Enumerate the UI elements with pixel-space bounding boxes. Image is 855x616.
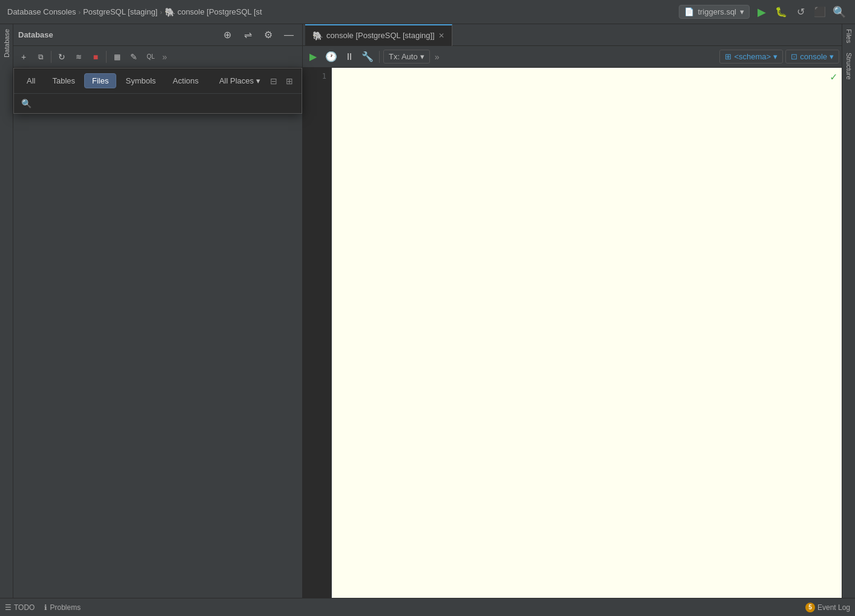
event-log-item[interactable]: 5 Event Log xyxy=(805,603,850,612)
search-tab-actions[interactable]: Actions xyxy=(165,73,206,88)
console-tab-close-button[interactable]: ✕ xyxy=(438,31,444,40)
db-settings-button[interactable]: ⚙ xyxy=(260,27,277,44)
search-top-button[interactable]: 🔍 xyxy=(831,4,848,21)
tx-select[interactable]: Tx: Auto ▾ xyxy=(383,50,430,64)
db-ql-button[interactable]: QL xyxy=(143,49,159,65)
layout-icon[interactable]: ⊞ xyxy=(282,74,297,88)
db-copy-ddl-button[interactable]: ⧉ xyxy=(33,49,48,65)
file-dropdown[interactable]: 📄 triggers.sql ▾ xyxy=(679,5,750,19)
schema-label: <schema> xyxy=(734,52,771,61)
toolbar-separator-2 xyxy=(106,51,107,63)
debug-button[interactable]: 🐛 xyxy=(773,4,790,21)
toolbar-separator-1 xyxy=(51,51,51,63)
event-log-label: Event Log xyxy=(817,603,850,612)
check-mark-icon: ✓ xyxy=(830,70,837,83)
db-minimize-button[interactable]: — xyxy=(280,27,297,44)
search-tab-all[interactable]: All xyxy=(19,73,43,88)
file-icon: 📄 xyxy=(684,7,694,16)
breadcrumb: Database Consoles › PostgreSQL [staging]… xyxy=(7,7,675,17)
search-tab-symbols[interactable]: Symbols xyxy=(117,73,163,88)
db-new-button[interactable]: + xyxy=(16,49,31,65)
ct-separator-1 xyxy=(379,51,380,63)
console-select[interactable]: ⊡ console ▾ xyxy=(785,50,839,64)
postgres-breadcrumb-icon: 🐘 xyxy=(165,7,175,17)
structure-sidebar-label[interactable]: Structure xyxy=(845,48,853,85)
left-sidebar-strip: Database xyxy=(0,24,13,616)
format-button[interactable]: 🔧 xyxy=(360,49,375,65)
tx-label: Tx: Auto xyxy=(389,52,418,61)
db-add-connection-button[interactable]: ⊕ xyxy=(219,27,236,44)
breadcrumb-sep2: › xyxy=(160,8,162,16)
search-places-dropdown[interactable]: All Places ▾ xyxy=(214,74,265,88)
top-bar-actions: ▶ 🐛 ↺ ⬛ 🔍 xyxy=(753,4,848,21)
run-button[interactable]: ▶ xyxy=(753,4,770,21)
breadcrumb-part1: Database Consoles xyxy=(7,7,76,16)
list-icon: ☰ xyxy=(5,603,12,612)
todo-label: TODO xyxy=(14,603,35,612)
console-select-chevron-icon: ▾ xyxy=(830,52,834,61)
schema-chevron-icon: ▾ xyxy=(773,52,777,61)
tab-postgres-icon: 🐘 xyxy=(312,31,323,41)
search-popup: All Tables Files Symbols Actions All Pla… xyxy=(13,68,302,114)
tx-chevron-icon: ▾ xyxy=(420,52,424,61)
history-button[interactable]: 🕐 xyxy=(323,49,339,65)
search-tab-files[interactable]: Files xyxy=(84,73,116,88)
top-bar: Database Consoles › PostgreSQL [staging]… xyxy=(0,0,855,24)
schema-icon: ⊞ xyxy=(725,52,731,61)
run-query-button[interactable]: ▶ xyxy=(305,49,321,65)
console-toolbar: ▶ 🕐 ⏸ 🔧 Tx: Auto ▾ » ⊞ <schema> ▾ ⊡ cons… xyxy=(303,46,842,68)
main-layout: Database Database ⊕ ⇌ ⚙ — + ⧉ ↻ ≋ ■ ▦ ✎ … xyxy=(0,24,855,616)
info-icon: ℹ xyxy=(44,603,47,612)
event-log-badge: 5 xyxy=(805,603,815,612)
console-tab-bar: 🐘 console [PostgreSQL [staging]] ✕ xyxy=(303,24,842,46)
search-tabs: All Tables Files Symbols Actions All Pla… xyxy=(14,68,302,94)
db-stop-button[interactable]: ■ xyxy=(88,49,104,65)
db-refresh-button[interactable]: ↻ xyxy=(54,49,70,65)
search-input-icon: 🔍 xyxy=(21,99,31,108)
console-more-button[interactable]: » xyxy=(432,52,442,62)
database-panel: Database ⊕ ⇌ ⚙ — + ⧉ ↻ ≋ ■ ▦ ✎ QL » › 🍃 … xyxy=(13,24,303,616)
pause-button[interactable]: ⏸ xyxy=(342,49,357,65)
console-select-label: console xyxy=(800,52,827,61)
right-sidebar-strip: Files Structure xyxy=(842,24,855,616)
stop-top-button[interactable]: ⬛ xyxy=(811,4,828,21)
line-numbers: 1 xyxy=(303,68,332,616)
search-input-row: 🔍 xyxy=(14,94,302,113)
console-area: 🐘 console [PostgreSQL [staging]] ✕ ▶ 🕐 ⏸… xyxy=(303,24,842,616)
problems-label: Problems xyxy=(50,603,81,612)
console-tab-label: console [PostgreSQL [staging]] xyxy=(326,31,435,40)
database-sidebar-label[interactable]: Database xyxy=(3,24,10,62)
db-edit-button[interactable]: ✎ xyxy=(126,49,142,65)
console-editor: 1 ✓ xyxy=(303,68,842,616)
db-panel-title: Database xyxy=(18,30,215,39)
db-schema-button[interactable]: ≋ xyxy=(71,49,87,65)
filter-icon[interactable]: ⊟ xyxy=(266,74,281,88)
db-more-button[interactable]: » xyxy=(160,52,170,62)
chevron-down-icon: ▾ xyxy=(740,7,744,16)
search-places-label: All Places xyxy=(219,76,254,85)
db-tree: › 🍃 MongoDB 3 › ⚡ MySQL [production] 1 o… xyxy=(13,68,302,616)
schema-select[interactable]: ⊞ <schema> ▾ xyxy=(719,50,783,64)
search-input[interactable] xyxy=(36,99,294,108)
todo-item[interactable]: ☰ TODO xyxy=(5,603,35,612)
reload-button[interactable]: ↺ xyxy=(792,4,809,21)
breadcrumb-sep1: › xyxy=(78,8,81,16)
files-sidebar-label[interactable]: Files xyxy=(845,24,853,48)
db-panel-toolbar: + ⧉ ↻ ≋ ■ ▦ ✎ QL » xyxy=(13,46,302,68)
bottom-bar: ☰ TODO ℹ Problems 5 Event Log xyxy=(0,598,855,616)
chevron-places-icon: ▾ xyxy=(256,76,260,85)
console-icon: ⊡ xyxy=(791,52,797,61)
breadcrumb-part3: console [PostgreSQL [st xyxy=(177,7,262,16)
problems-item[interactable]: ℹ Problems xyxy=(44,603,81,612)
file-dropdown-label: triggers.sql xyxy=(698,7,736,16)
db-panel-header: Database ⊕ ⇌ ⚙ — xyxy=(13,24,302,46)
search-tab-tables[interactable]: Tables xyxy=(44,73,83,88)
console-tab[interactable]: 🐘 console [PostgreSQL [staging]] ✕ xyxy=(305,24,452,46)
db-table-button[interactable]: ▦ xyxy=(109,49,125,65)
editor-content[interactable]: ✓ xyxy=(332,68,842,616)
breadcrumb-part2: PostgreSQL [staging] xyxy=(83,7,157,16)
line-number-1: 1 xyxy=(303,70,331,82)
db-filter-button[interactable]: ⇌ xyxy=(239,27,256,44)
